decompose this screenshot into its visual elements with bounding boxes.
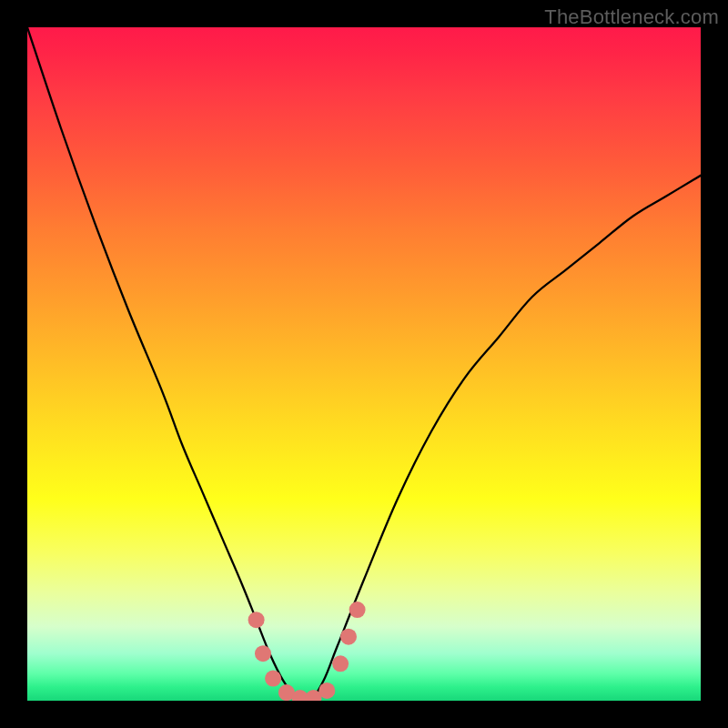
highlight-dot [349,602,366,618]
bottleneck-curve [27,27,701,701]
plot-area [27,27,701,701]
curve-layer [27,27,701,701]
watermark-text: TheBottleneck.com [544,5,719,29]
highlight-dot [340,629,357,645]
highlight-dot [248,612,265,628]
chart-frame: TheBottleneck.com [0,0,728,728]
highlight-dot [255,645,271,662]
highlight-dot [332,655,349,672]
highlight-dot [265,671,281,687]
highlight-dots [248,602,366,701]
highlight-dot [318,682,335,699]
